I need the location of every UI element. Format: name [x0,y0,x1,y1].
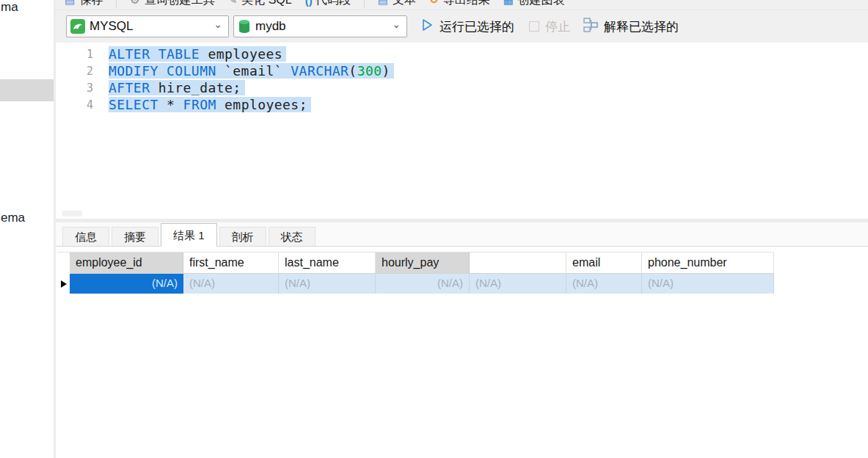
editor-line: 3AFTER hire_date; [56,79,868,96]
database-value: mydb [255,19,387,34]
table-row: (N/A)(N/A)(N/A)(N/A)(N/A)(N/A)(N/A) [57,274,774,294]
run-selected-label: 运行已选择的 [440,18,514,35]
main-toolbar: ▤保存⚙查询创建工具✎美化 SQL( )代码段▤文本↻导出结果▦创建图表 [56,0,868,10]
sql-selected-text: AFTER hire_date; [109,80,245,95]
export-result-button[interactable]: ↻导出结果 [429,0,490,8]
column-header-unnamed[interactable] [470,252,566,274]
column-header-employee_id[interactable]: employee_id [70,252,183,274]
query-builder-icon: ⚙ [130,0,139,7]
connection-value: MYSQL [90,19,209,34]
stop-button[interactable]: 停止 [529,18,570,35]
explain-icon [583,18,598,36]
tab-profile[interactable]: 剖析 [219,227,266,246]
database-select[interactable]: mydb ⌄ [233,15,407,37]
column-header-email[interactable]: email [566,252,642,274]
sidebar-selected-item[interactable] [0,79,54,101]
cell-hourly_pay[interactable]: (N/A) [376,274,470,294]
tab-status[interactable]: 状态 [269,227,316,246]
line-number: 4 [56,98,93,112]
save-icon: ▤ [65,0,75,7]
editor-line: 4SELECT * FROM employees; [56,96,868,113]
row-arrow-icon [61,280,67,288]
save-button[interactable]: ▤保存 [65,0,103,8]
run-selected-button[interactable]: 运行已选择的 [420,18,514,35]
sql-selected-text: MODIFY COLUMN `email` VARCHAR(300) [109,63,394,79]
beautify-sql-icon: ✎ [228,0,238,7]
query-toolbar: MYSQL ⌄ mydb ⌄ 运行已选择的 停止 [56,10,868,43]
code-snippet-icon: ( ) [305,0,311,7]
sql-editor[interactable]: 1ALTER TABLE employees2MODIFY COLUMN `em… [56,43,868,219]
connection-select[interactable]: MYSQL ⌄ [66,15,229,37]
current-row-marker [57,274,70,294]
column-header-phone_number[interactable]: phone_number [642,252,774,274]
cell-first_name[interactable]: (N/A) [183,274,279,294]
result-tabbar: 信息摘要结果 1剖析状态 [56,222,868,247]
row-marker-header [57,252,70,274]
toolbar-button-label: 代码段 [316,0,351,8]
column-header-last_name[interactable]: last_name [279,252,376,274]
toolbar-button-label: 保存 [79,0,103,8]
query-builder-button[interactable]: ⚙查询创建工具 [130,0,214,8]
beautify-sql-button[interactable]: ✎美化 SQL [228,0,292,8]
create-chart-icon: ▦ [503,0,514,7]
export-result-icon: ↻ [429,0,439,7]
line-number: 2 [56,65,93,78]
sql-selected-text: ALTER TABLE employees [109,46,286,62]
sidebar-item-schema-top[interactable]: ma [1,0,18,15]
code-snippet-button[interactable]: ( )代码段 [305,0,351,8]
cell-employee_id[interactable]: (N/A) [70,274,183,294]
line-number: 3 [56,81,93,95]
sql-selected-text: SELECT * FROM employees; [109,97,311,112]
toolbar-separator [116,0,117,8]
database-icon [238,19,251,34]
result-table: employee_idfirst_namelast_namehourly_pay… [57,252,774,294]
main-toolbar-items: ▤保存⚙查询创建工具✎美化 SQL( )代码段▤文本↻导出结果▦创建图表 [65,0,565,10]
stop-icon [529,21,539,32]
create-chart-button[interactable]: ▦创建图表 [503,0,565,8]
line-number: 1 [56,48,93,61]
explain-selected-label: 解释已选择的 [604,18,679,35]
tab-result-1[interactable]: 结果 1 [161,223,217,247]
sidebar: ma ema [0,0,56,458]
run-icon [420,18,434,35]
text-icon: ▤ [378,0,388,7]
editor-line: 1ALTER TABLE employees [56,46,868,62]
column-header-hourly_pay[interactable]: hourly_pay [376,252,470,274]
column-header-first_name[interactable]: first_name [183,252,279,274]
tab-summary[interactable]: 摘要 [112,227,158,246]
app-window: ma ema ▤保存⚙查询创建工具✎美化 SQL( )代码段▤文本↻导出结果▦创… [0,0,868,458]
toolbar-button-label: 文本 [393,0,416,8]
toolbar-button-label: 美化 SQL [241,0,291,8]
toolbar-button-label: 创建图表 [518,0,565,8]
chevron-down-icon: ⌄ [392,21,401,28]
cell-last_name[interactable]: (N/A) [279,274,376,294]
tab-info[interactable]: 信息 [62,227,109,246]
stop-label: 停止 [545,18,570,35]
cell-unnamed[interactable]: (N/A) [470,274,566,294]
mysql-connection-icon [70,19,85,34]
editor-line: 2MODIFY COLUMN `email` VARCHAR(300) [56,62,868,79]
explain-selected-button[interactable]: 解释已选择的 [583,18,679,36]
editor-scroll-corner [62,211,82,217]
sidebar-item-schema-bottom[interactable]: ema [1,211,25,225]
text-button[interactable]: ▤文本 [378,0,416,8]
chevron-down-icon: ⌄ [214,21,222,28]
query-workspace: ▤保存⚙查询创建工具✎美化 SQL( )代码段▤文本↻导出结果▦创建图表 MYS… [56,0,868,458]
cell-phone_number[interactable]: (N/A) [642,274,774,294]
toolbar-button-label: 导出结果 [443,0,490,8]
result-table-header: employee_idfirst_namelast_namehourly_pay… [57,252,774,274]
toolbar-separator [364,0,365,8]
cell-email[interactable]: (N/A) [566,274,642,294]
toolbar-button-label: 查询创建工具 [145,0,215,8]
